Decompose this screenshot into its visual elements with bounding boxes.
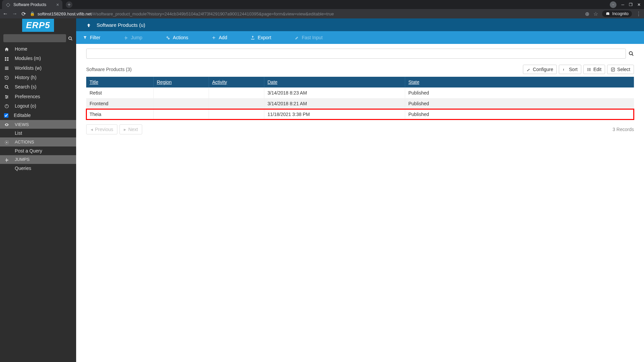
sidebar-item-worklists[interactable]: Worklists (w)	[0, 63, 76, 73]
sidebar-sub-post-query[interactable]: Post a Query	[0, 146, 76, 155]
gears-icon	[4, 139, 9, 144]
reload-icon[interactable]: ⟳	[21, 11, 26, 17]
caret-right-icon: ▸	[124, 127, 126, 132]
editable-checkbox[interactable]	[4, 113, 8, 118]
svg-rect-8	[5, 67, 9, 67]
check-icon	[611, 67, 615, 72]
up-arrow-icon[interactable]	[86, 22, 91, 28]
toolbar-add[interactable]: Add	[212, 35, 227, 40]
svg-point-17	[7, 97, 8, 97]
sidebar-sub-list[interactable]: List	[0, 129, 76, 137]
table-row[interactable]: Frontend 3/14/2018 8:21 AM Published	[86, 98, 634, 109]
toolbar-export[interactable]: Export	[251, 35, 271, 40]
incognito-badge[interactable]: Incognito	[602, 10, 632, 17]
incognito-icon	[605, 11, 610, 16]
svg-point-2	[69, 37, 71, 40]
zoom-icon[interactable]: ⊕	[585, 11, 589, 17]
bookmark-icon[interactable]: ☆	[593, 11, 598, 17]
svg-line-12	[7, 88, 9, 89]
svg-point-29	[588, 68, 588, 68]
sidebar-section-views: VIEWS	[0, 120, 76, 129]
column-date[interactable]: Date	[264, 77, 405, 87]
main-content: Software Products (u) Filter Jump Action…	[76, 18, 644, 362]
menu-icon[interactable]: ⋮	[636, 11, 641, 17]
history-icon	[4, 75, 9, 80]
sidebar-item-history[interactable]: History (h)	[0, 73, 76, 82]
toolbar: Filter Jump Actions Add Export Fast Inpu…	[76, 31, 644, 44]
svg-point-18	[6, 98, 7, 98]
eye-icon	[4, 122, 9, 127]
url-text: softinst158269.host.vifib.net/#/software…	[38, 11, 334, 16]
svg-point-11	[5, 85, 8, 88]
toolbar-actions[interactable]: Actions	[166, 35, 188, 40]
previous-button[interactable]: ◂ Previous	[86, 124, 117, 134]
breadcrumb-text: Software Products (u)	[97, 22, 145, 28]
sidebar-section-jumps: JUMPS	[0, 155, 76, 164]
main-search-icon[interactable]	[629, 49, 634, 59]
logo[interactable]: ERP5	[22, 19, 54, 32]
sidebar-sub-queries[interactable]: Queries	[0, 164, 76, 173]
svg-rect-5	[7, 57, 8, 58]
column-region[interactable]: Region	[153, 77, 209, 87]
plane-icon	[4, 157, 9, 162]
column-title[interactable]: Title	[86, 77, 153, 87]
column-activity[interactable]: Activity	[209, 77, 264, 87]
sidebar-item-editable[interactable]: Editable	[0, 111, 76, 120]
tab-title: Software Products	[13, 2, 54, 7]
sidebar-item-preferences[interactable]: Preferences	[0, 92, 76, 101]
column-state[interactable]: State	[405, 77, 634, 87]
logout-icon	[4, 103, 9, 109]
select-button[interactable]: Select	[607, 65, 634, 74]
configure-button[interactable]: Configure	[523, 65, 557, 74]
sidebar: ERP5 Home Modules (m) Worklists (w) Hist…	[0, 18, 76, 362]
modules-icon	[4, 56, 9, 61]
list-icon	[587, 67, 591, 72]
table-row[interactable]: Re6st 3/14/2018 8:23 AM Published	[86, 87, 634, 98]
new-tab-button[interactable]: +	[66, 1, 72, 8]
breadcrumb-bar: Software Products (u)	[76, 18, 644, 31]
table-row-highlighted[interactable]: Theia 11/18/2021 3:38 PM Published	[86, 109, 634, 120]
gears-icon	[166, 36, 170, 40]
svg-point-16	[6, 95, 6, 96]
toolbar-filter[interactable]: Filter	[83, 35, 100, 40]
search-icon	[4, 84, 9, 89]
record-count: 3 Records	[612, 127, 634, 132]
browser-tab[interactable]: ◇ Software Products ×	[2, 0, 62, 9]
profile-avatar-icon[interactable]	[610, 1, 616, 8]
svg-rect-9	[5, 68, 9, 69]
sidebar-item-modules[interactable]: Modules (m)	[0, 54, 76, 63]
filter-icon	[83, 36, 87, 40]
home-icon	[4, 46, 9, 52]
minimize-icon[interactable]: ─	[621, 2, 624, 7]
main-search-input[interactable]	[86, 49, 626, 59]
sidebar-item-logout[interactable]: Logout (o)	[0, 101, 76, 111]
sidebar-search-input[interactable]	[3, 34, 66, 42]
sidebar-item-search[interactable]: Search (s)	[0, 82, 76, 92]
svg-point-22	[167, 37, 168, 38]
url-field[interactable]: 🔒 softinst158269.host.vifib.net/#/softwa…	[30, 11, 581, 16]
caret-left-icon: ◂	[91, 127, 93, 132]
tab-close-icon[interactable]: ×	[56, 2, 59, 7]
forward-icon[interactable]: →	[12, 11, 17, 17]
sort-button[interactable]: Sort	[559, 65, 581, 74]
svg-rect-10	[5, 69, 9, 70]
data-table: Title Region Activity Date State Re6st 3…	[86, 77, 634, 120]
worklists-icon	[4, 65, 9, 71]
preferences-icon	[4, 94, 9, 99]
maximize-icon[interactable]: ❐	[629, 2, 633, 7]
pencil-icon	[295, 36, 299, 40]
edit-button[interactable]: Edit	[583, 65, 605, 74]
browser-tab-bar: ◇ Software Products × + ─ ❐ ✕	[0, 0, 644, 9]
svg-point-24	[629, 52, 632, 55]
back-icon[interactable]: ←	[3, 11, 8, 17]
svg-point-1	[608, 13, 609, 15]
svg-point-21	[6, 142, 7, 143]
next-button[interactable]: ▸ Next	[119, 124, 142, 134]
sort-icon	[562, 67, 567, 72]
sidebar-item-home[interactable]: Home	[0, 44, 76, 54]
toolbar-jump[interactable]: Jump	[124, 35, 142, 40]
sidebar-search-icon[interactable]	[68, 36, 73, 41]
toolbar-fast-input[interactable]: Fast Input	[295, 35, 323, 40]
svg-point-30	[588, 69, 588, 69]
close-window-icon[interactable]: ✕	[637, 2, 641, 7]
